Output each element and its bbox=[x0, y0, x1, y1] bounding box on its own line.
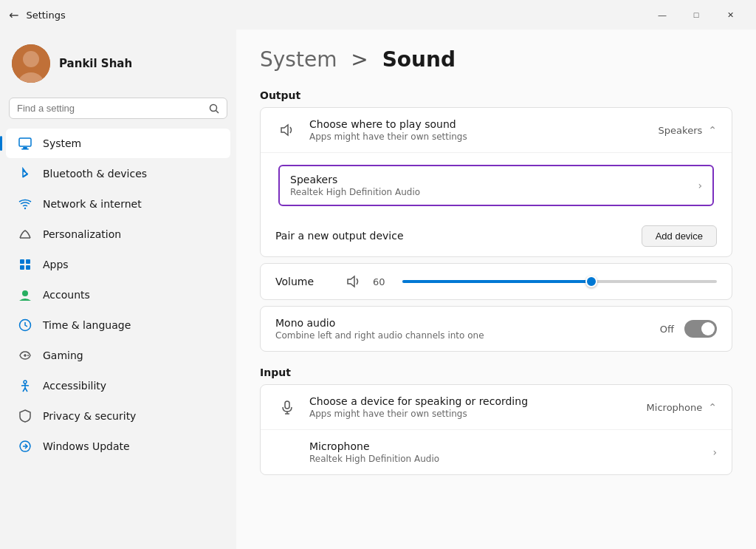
sidebar-item-apps[interactable]: Apps bbox=[6, 250, 230, 279]
sidebar-item-gaming[interactable]: Gaming bbox=[6, 341, 230, 370]
search-icon bbox=[209, 103, 219, 114]
choose-input-text: Choose a device for speaking or recordin… bbox=[309, 395, 647, 419]
sidebar-item-bluetooth-label: Bluetooth & devices bbox=[43, 168, 147, 180]
volume-slider-fill bbox=[402, 280, 591, 283]
network-icon bbox=[18, 197, 32, 211]
svg-point-18 bbox=[27, 355, 29, 356]
svg-point-1 bbox=[23, 51, 39, 67]
breadcrumb: System > Sound bbox=[260, 47, 732, 72]
close-button[interactable]: ✕ bbox=[713, 3, 747, 27]
microphone-title: Microphone bbox=[309, 440, 712, 452]
volume-row: Volume 60 bbox=[261, 264, 732, 299]
toggle-thumb bbox=[701, 322, 715, 335]
sidebar-item-system-label: System bbox=[43, 137, 81, 149]
volume-icon bbox=[346, 274, 361, 289]
volume-slider[interactable] bbox=[402, 280, 717, 283]
choose-output-title: Choose where to play sound bbox=[309, 118, 659, 130]
maximize-button[interactable]: □ bbox=[679, 3, 713, 27]
breadcrumb-separator: > bbox=[351, 47, 368, 72]
sidebar: Pankil Shah bbox=[0, 30, 236, 549]
title-bar: ← Settings — □ ✕ bbox=[0, 0, 756, 30]
accessibility-icon bbox=[18, 378, 32, 393]
minimize-button[interactable]: — bbox=[645, 3, 679, 27]
sidebar-item-bluetooth[interactable]: Bluetooth & devices bbox=[6, 159, 230, 188]
microphone-chevron-icon: › bbox=[712, 446, 717, 458]
choose-input-title: Choose a device for speaking or recordin… bbox=[309, 395, 647, 407]
svg-rect-12 bbox=[20, 265, 24, 270]
speakers-title: Speakers bbox=[290, 174, 698, 185]
choose-output-value: Speakers bbox=[659, 125, 703, 136]
back-icon[interactable]: ← bbox=[9, 8, 18, 22]
choose-input-row[interactable]: Choose a device for speaking or recordin… bbox=[261, 385, 732, 430]
choose-output-subtitle: Apps might have their own settings bbox=[309, 132, 659, 142]
sidebar-item-accounts-label: Accounts bbox=[43, 289, 90, 301]
microphone-right: › bbox=[712, 446, 717, 458]
pair-output-row: Pair a new output device Add device bbox=[261, 215, 732, 256]
mono-audio-toggle[interactable] bbox=[684, 320, 717, 338]
sidebar-item-time-label: Time & language bbox=[43, 319, 131, 331]
choose-output-right: Speakers ⌃ bbox=[659, 124, 717, 136]
volume-number: 60 bbox=[373, 276, 391, 287]
user-profile[interactable]: Pankil Shah bbox=[0, 35, 236, 98]
speaker-row-icon bbox=[275, 118, 299, 142]
app-title: Settings bbox=[26, 10, 65, 21]
output-section-title: Output bbox=[260, 89, 732, 101]
svg-point-8 bbox=[24, 208, 26, 209]
choose-input-right: Microphone ⌃ bbox=[647, 401, 717, 413]
sidebar-item-privacy-label: Privacy & security bbox=[43, 410, 136, 422]
input-card: Choose a device for speaking or recordin… bbox=[260, 384, 732, 475]
sidebar-item-apps-label: Apps bbox=[43, 259, 69, 270]
app-body: Pankil Shah bbox=[0, 30, 756, 549]
mono-audio-row: Mono audio Combine left and right audio … bbox=[261, 307, 732, 351]
volume-label: Volume bbox=[275, 276, 334, 287]
svg-line-4 bbox=[216, 110, 219, 113]
mono-audio-text: Mono audio Combine left and right audio … bbox=[275, 317, 660, 341]
search-input[interactable] bbox=[17, 103, 203, 114]
accounts-icon bbox=[18, 287, 32, 302]
sidebar-item-network[interactable]: Network & internet bbox=[6, 189, 230, 219]
system-icon bbox=[18, 136, 32, 151]
windows-update-icon bbox=[18, 439, 32, 454]
mic-row-icon bbox=[275, 395, 299, 419]
choose-input-value: Microphone bbox=[647, 402, 703, 413]
sidebar-item-accounts[interactable]: Accounts bbox=[6, 280, 230, 310]
sidebar-item-privacy[interactable]: Privacy & security bbox=[6, 401, 230, 431]
choose-output-row[interactable]: Choose where to play sound Apps might ha… bbox=[261, 108, 732, 153]
privacy-icon bbox=[18, 409, 32, 423]
microphone-row[interactable]: Microphone Realtek High Definition Audio… bbox=[261, 430, 732, 474]
sidebar-item-accessibility[interactable]: Accessibility bbox=[6, 371, 230, 400]
personalization-icon bbox=[18, 227, 32, 242]
sidebar-item-windows-update-label: Windows Update bbox=[43, 440, 130, 452]
svg-rect-11 bbox=[26, 259, 30, 264]
svg-rect-6 bbox=[23, 147, 27, 149]
add-device-button[interactable]: Add device bbox=[642, 225, 717, 247]
svg-rect-5 bbox=[19, 138, 31, 146]
nav-list: System Bluetooth & devices bbox=[0, 128, 236, 543]
microphone-text: Microphone Realtek High Definition Audio bbox=[275, 440, 712, 464]
search-box bbox=[9, 98, 227, 119]
window-controls: — □ ✕ bbox=[645, 3, 747, 27]
svg-point-14 bbox=[22, 290, 28, 296]
sidebar-item-personalization[interactable]: Personalization bbox=[6, 219, 230, 249]
sidebar-item-time[interactable]: Time & language bbox=[6, 310, 230, 340]
volume-slider-thumb bbox=[585, 276, 597, 287]
svg-rect-10 bbox=[20, 259, 24, 264]
svg-rect-22 bbox=[285, 401, 289, 409]
speakers-subtitle: Realtek High Definition Audio bbox=[290, 187, 698, 197]
avatar bbox=[12, 44, 50, 83]
svg-rect-13 bbox=[26, 265, 30, 270]
mono-audio-card: Mono audio Combine left and right audio … bbox=[260, 306, 732, 352]
sidebar-item-windows-update[interactable]: Windows Update bbox=[6, 432, 230, 461]
sidebar-item-network-label: Network & internet bbox=[43, 198, 142, 210]
sidebar-item-personalization-label: Personalization bbox=[43, 228, 121, 240]
sidebar-item-gaming-label: Gaming bbox=[43, 349, 83, 361]
bluetooth-icon bbox=[18, 166, 32, 181]
apps-icon bbox=[18, 257, 32, 272]
mono-audio-subtitle: Combine left and right audio channels in… bbox=[275, 330, 660, 341]
choose-input-subtitle: Apps might have their own settings bbox=[309, 409, 647, 419]
sidebar-item-system[interactable]: System bbox=[6, 129, 230, 158]
gaming-icon bbox=[18, 348, 32, 363]
speakers-row[interactable]: Speakers Realtek High Definition Audio › bbox=[278, 165, 714, 206]
sidebar-item-accessibility-label: Accessibility bbox=[43, 380, 106, 392]
output-choose-card: Choose where to play sound Apps might ha… bbox=[260, 107, 732, 257]
